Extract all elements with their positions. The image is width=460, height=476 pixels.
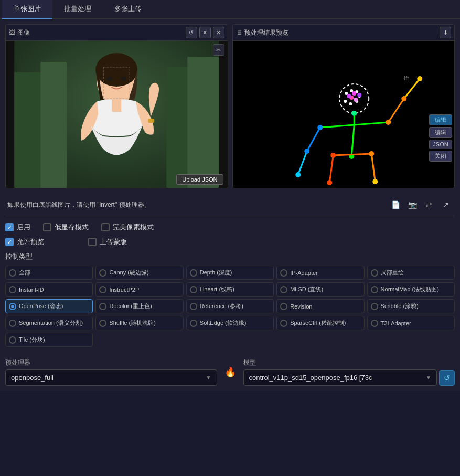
model-group: 模型 control_v11p_sd15_openpose_fp16 [73c …: [243, 358, 455, 386]
control-type-t2i-adapter[interactable]: T2I-Adapter: [367, 316, 455, 330]
preprocessor-wrapper: openpose_full ▼: [5, 369, 217, 386]
preprocessor-group: 预处理器 openpose_full ▼: [5, 358, 217, 386]
control-type-label-mlsd: MLSD (直线): [290, 285, 323, 293]
control-type-canny[interactable]: Canny (硬边缘): [95, 266, 183, 280]
control-type-all[interactable]: 全部: [5, 266, 93, 280]
upload-json-btn[interactable]: Upload JSON: [176, 174, 223, 185]
control-type-label-recolor: Recolor (重上色): [109, 302, 152, 310]
control-type-label-local-redraw: 局部重绘: [381, 269, 404, 277]
control-type-normalmap[interactable]: NormalMap (法线贴图): [367, 282, 455, 297]
model-select[interactable]: control_v11p_sd15_openpose_fp16 [73c ▼: [243, 369, 437, 386]
info-bar-icons: 📄 📷 ⇄ ↗: [389, 198, 453, 211]
camera-icon-btn[interactable]: 📷: [405, 198, 419, 211]
left-panel-header: 🖼 图像 ↺ ✕ ✕: [6, 25, 228, 41]
edit-icon-btn[interactable]: 编辑: [429, 114, 452, 125]
tab-multi[interactable]: 多张上传: [103, 0, 153, 19]
control-type-grid: 全部Canny (硬边缘)Depth (深度)IP-Adapter局部重绘Ins…: [5, 266, 455, 347]
control-type-mlsd[interactable]: MLSD (直线): [276, 282, 364, 297]
arrow-icon-btn[interactable]: ↗: [439, 198, 453, 211]
tab-single[interactable]: 单张图片: [2, 0, 52, 19]
perfect-pixel-cb[interactable]: [101, 223, 110, 231]
control-type-label: 控制类型: [5, 252, 455, 261]
svg-rect-9: [112, 99, 121, 112]
control-type-segmentation[interactable]: Segmentation (语义分割): [5, 316, 93, 330]
options-row-1: 启用 低显存模式 完美像素模式: [5, 223, 455, 232]
radio-dot-segmentation: [9, 320, 16, 327]
edit-btn[interactable]: 编辑: [429, 127, 452, 138]
svg-point-20: [344, 100, 347, 103]
control-type-label-segmentation: Segmentation (语义分割): [19, 319, 83, 327]
allow-preview-cb[interactable]: [5, 238, 14, 246]
enable-checkbox[interactable]: 启用: [5, 223, 30, 232]
pose-canvas: Ift 编辑 编辑 JSON 关闭: [233, 41, 455, 188]
svg-point-34: [417, 76, 422, 81]
control-type-instant-id[interactable]: Instant-ID: [5, 282, 93, 297]
scissors-btn[interactable]: ✂: [213, 44, 224, 56]
tab-batch[interactable]: 批量处理: [52, 0, 103, 19]
svg-point-15: [350, 89, 353, 92]
download-btn[interactable]: ⬇: [440, 27, 451, 38]
swap-icon-btn[interactable]: ⇄: [422, 198, 436, 211]
upload-magi-label: 上传蒙版: [100, 237, 127, 247]
control-type-openpose[interactable]: OpenPose (姿态): [5, 299, 93, 313]
control-type-shuffle[interactable]: Shuffle (随机洗牌): [95, 316, 183, 330]
preprocessor-select[interactable]: openpose_full ▼: [5, 369, 217, 386]
radio-dot-lineart: [190, 286, 197, 293]
control-type-recolor[interactable]: Recolor (重上色): [95, 299, 183, 313]
file-icon-btn[interactable]: 📄: [389, 198, 402, 211]
control-type-sparsectrl[interactable]: SparseCtrl (稀疏控制): [276, 316, 364, 330]
control-type-ip-adapter[interactable]: IP-Adapter: [276, 266, 364, 280]
radio-dot-instructp2p: [99, 286, 106, 293]
upload-magi-checkbox[interactable]: 上传蒙版: [88, 237, 127, 247]
expand-btn[interactable]: ✕: [213, 27, 224, 38]
tabs-container: 单张图片 批量处理 多张上传: [0, 0, 460, 19]
main-content: 🖼 图像 ↺ ✕ ✕: [0, 19, 460, 391]
fire-button[interactable]: 🔥: [222, 363, 238, 381]
low-memory-label: 低显存模式: [55, 223, 89, 232]
allow-preview-checkbox[interactable]: 允许预览: [5, 237, 44, 247]
close-btn[interactable]: 关闭: [429, 151, 452, 162]
svg-point-7: [107, 77, 112, 81]
control-type-reference[interactable]: Reference (参考): [186, 299, 274, 313]
radio-dot-normalmap: [371, 286, 378, 293]
perfect-pixel-label: 完美像素模式: [113, 223, 154, 232]
image-icon: 🖼: [9, 29, 15, 36]
json-btn[interactable]: JSON: [429, 140, 452, 149]
control-type-softedge[interactable]: SoftEdge (软边缘): [186, 316, 274, 330]
right-panel-header: 🖥 预处理结果预览 ⬇: [233, 25, 455, 41]
control-type-tile[interactable]: Tile (分块): [5, 333, 93, 347]
radio-dot-shuffle: [99, 320, 106, 327]
control-type-local-redraw[interactable]: 局部重绘: [367, 266, 455, 280]
control-type-label-sparsectrl: SparseCtrl (稀疏控制): [290, 319, 346, 327]
perfect-pixel-checkbox[interactable]: 完美像素模式: [101, 223, 154, 232]
info-text: 如果使用白底黑线图片，请使用 "invert" 预处理器。: [7, 200, 384, 209]
clear-btn[interactable]: ✕: [199, 27, 211, 38]
model-value: control_v11p_sd15_openpose_fp16 [73c: [249, 374, 372, 382]
allow-preview-label: 允许预览: [17, 237, 44, 247]
control-type-label-lineart: Lineart (线稿): [200, 285, 234, 293]
enable-cb[interactable]: [5, 223, 14, 231]
radio-dot-revision: [280, 303, 287, 310]
svg-point-25: [347, 94, 351, 98]
control-type-revision[interactable]: Revision: [276, 299, 364, 313]
control-type-label-reference: Reference (参考): [200, 302, 243, 310]
control-type-scribble[interactable]: Scribble (涂鸦): [367, 299, 455, 313]
image-area[interactable]: ✂: [6, 41, 228, 188]
control-type-label-ip-adapter: IP-Adapter: [290, 270, 318, 276]
radio-dot-local-redraw: [371, 269, 378, 277]
control-type-instructp2p[interactable]: InstructP2P: [95, 282, 183, 297]
control-type-label-tile: Tile (分块): [19, 336, 45, 344]
upload-magi-cb[interactable]: [88, 238, 97, 246]
svg-point-6: [95, 53, 137, 87]
svg-rect-2: [40, 62, 67, 188]
reset-btn[interactable]: ↺: [186, 27, 197, 38]
control-type-depth[interactable]: Depth (深度): [186, 266, 274, 280]
low-memory-checkbox[interactable]: 低显存模式: [43, 223, 89, 232]
preprocessor-arrow: ▼: [206, 375, 211, 380]
svg-point-38: [295, 172, 301, 177]
svg-point-14: [345, 92, 348, 95]
control-type-lineart[interactable]: Lineart (线稿): [186, 282, 274, 297]
low-memory-cb[interactable]: [43, 223, 51, 231]
model-refresh-btn[interactable]: ↺: [439, 370, 455, 386]
control-type-label-t2i-adapter: T2I-Adapter: [381, 320, 411, 326]
